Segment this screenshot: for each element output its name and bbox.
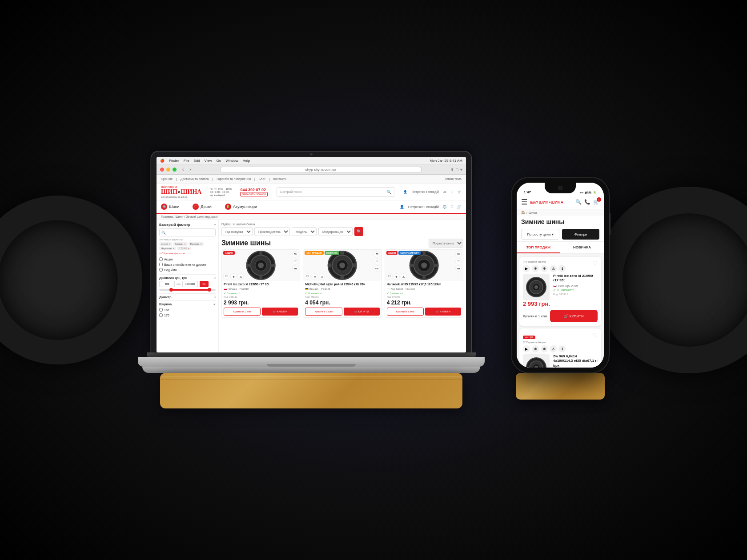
filter-safety-checkbox[interactable] — [159, 263, 163, 266]
filter-safety[interactable]: Ваша спокойствие на дороге — [159, 262, 216, 267]
more-btn-2[interactable]: ••• — [374, 265, 380, 272]
search-icon[interactable]: 🔍 — [386, 190, 391, 194]
compare-nav-icon[interactable]: ⚖️ — [442, 205, 447, 209]
compare-btn-1[interactable]: ⚖ — [292, 251, 298, 257]
width-165[interactable]: 165 — [159, 307, 216, 312]
sidebar-search[interactable]: 🔍 — [159, 228, 216, 236]
search-bar[interactable]: Быстрый поиск 🔍 — [277, 187, 394, 197]
order-call-btn[interactable]: ЗАКАЗАТИ ЗВІНОК — [240, 192, 268, 196]
btn-buy-3[interactable]: 🛒 КУПИТИ — [425, 308, 461, 316]
product-country-2: Франція — [309, 288, 318, 290]
diameter-collapse-icon[interactable]: ▾ — [214, 296, 216, 299]
range-handle-left[interactable] — [169, 288, 173, 292]
maximize-dot[interactable] — [173, 168, 177, 172]
car-filter-search-btn[interactable]: 🔍 — [354, 227, 363, 236]
edit-menu[interactable]: Edit — [194, 159, 200, 163]
compare-icon[interactable]: ⚖ — [443, 190, 446, 194]
price-min-input[interactable] — [159, 281, 175, 287]
width-165-checkbox[interactable] — [159, 308, 163, 312]
brand-select[interactable]: Производитель — [254, 227, 290, 236]
phone-wishlist-2[interactable]: ♡ — [593, 332, 598, 338]
phone-wishlist-1[interactable]: ♡ — [593, 260, 598, 267]
newpage-icon[interactable]: + — [460, 168, 462, 172]
go-menu[interactable]: Go — [217, 159, 221, 163]
dark-mode-toggle[interactable]: Темна тема — [445, 177, 462, 180]
wishlist-nav-icon[interactable]: ♡ — [450, 205, 454, 209]
wishlist-btn-3[interactable]: ♡ — [455, 258, 462, 264]
wishlist-btn-2[interactable]: ♡ — [374, 258, 380, 264]
address-bar[interactable]: shyp-shyna.com.ua — [220, 167, 422, 173]
tab-new[interactable]: НОВИНКА — [560, 242, 604, 253]
range-handle-right[interactable] — [208, 288, 211, 292]
phone-time: 1:47 — [524, 190, 531, 194]
width-collapse-icon[interactable]: ▲ — [213, 303, 216, 306]
btn-1click-2[interactable]: Купити в 1 клік — [305, 308, 342, 316]
laptop-screen-outer: 🍎 Finder File Edit View Go Window Help M… — [151, 152, 471, 352]
delivery-link[interactable]: Доставка та оплата — [181, 177, 209, 180]
phone-sort-btn[interactable]: По росту цени ▾ — [521, 229, 559, 240]
product-props-3: Юж. Корея Рік 2018 — [387, 288, 461, 290]
help-menu[interactable]: Help — [243, 159, 250, 163]
product-year-val-2: 2023 — [325, 288, 330, 290]
model-select[interactable]: Модель — [292, 227, 317, 236]
more-btn-3[interactable]: ••• — [455, 265, 462, 272]
contacts-link[interactable]: Контакти — [273, 177, 286, 180]
warn-icon-2: ⚠ — [550, 345, 557, 352]
phone-filter-btn[interactable]: Фільтри — [562, 229, 599, 240]
clear-filters-btn[interactable]: × Сбросить фильтры — [159, 252, 216, 255]
compare-btn-2[interactable]: ⚖ — [374, 251, 380, 257]
nav-discs[interactable]: ⭕ Диски — [193, 204, 212, 210]
filter-akcia[interactable]: Акция — [159, 256, 216, 262]
close-dot[interactable] — [160, 168, 164, 172]
phone-buy-1[interactable]: 🛒 КУПИТИ — [550, 310, 598, 322]
blog-link[interactable]: Блог — [259, 177, 265, 180]
cart-nav-icon[interactable]: 🛒 — [457, 205, 462, 209]
tab-top-sales[interactable]: ТОП ПРОДАЖ — [517, 242, 560, 253]
filter-collapse-icon[interactable]: ▾ — [214, 223, 216, 226]
modification-select[interactable]: Модификация — [318, 227, 353, 236]
menu-icon[interactable]: ☰ — [521, 198, 527, 206]
btn-1click-1[interactable]: Купити в 1 клік — [224, 308, 261, 316]
phone-call-icon[interactable]: 📞 — [584, 199, 590, 205]
width-175-checkbox[interactable] — [159, 313, 163, 317]
home-icon[interactable]: 🏠 — [521, 211, 525, 214]
about-link[interactable]: Про нас — [161, 177, 173, 180]
btn-buy-1[interactable]: 🛒 КУПИТИ — [262, 308, 298, 316]
nav-tires[interactable]: 🔘 Шини — [161, 204, 179, 210]
btn-1click-3[interactable]: Купити в 1 клік — [387, 308, 424, 316]
price-collapse-icon[interactable]: ▾ — [214, 276, 216, 280]
file-menu[interactable]: File — [184, 159, 189, 163]
nav-batteries[interactable]: 🔋 Акумулятори — [225, 204, 257, 210]
phone-cart-icon[interactable]: 🛒 1 — [593, 199, 599, 205]
width-175[interactable]: 175 — [159, 312, 216, 318]
phone-1click-1[interactable]: Купити в 1 клік — [523, 314, 547, 318]
minimize-dot[interactable] — [166, 168, 170, 172]
snow2-icon-1: ❄ — [541, 265, 548, 272]
filter-akcia-checkbox[interactable] — [159, 257, 163, 261]
price-max-input[interactable] — [182, 281, 198, 287]
price-ok-btn[interactable]: Ок — [200, 281, 209, 287]
finder-menu[interactable]: Finder — [169, 159, 179, 163]
year-select[interactable]: Год выпуска — [221, 227, 253, 236]
sort-select[interactable]: По росту цены — [429, 239, 463, 248]
share-icon[interactable]: ⬆ — [450, 168, 454, 172]
forward-btn[interactable]: › — [189, 167, 191, 172]
btn-buy-2[interactable]: 🛒 КУПИТИ — [344, 308, 380, 316]
bookmark-icon[interactable]: □ — [456, 168, 458, 172]
filter-khimo[interactable]: Под хімо — [159, 267, 216, 272]
cart-icon[interactable]: 🛒 — [458, 190, 462, 194]
guarantee-link[interactable]: Гарантія та повернення — [217, 177, 251, 180]
breadcrumb-tires[interactable]: Шини — [529, 211, 537, 214]
filter-khimo-checkbox[interactable] — [159, 268, 163, 272]
wishlist-btn-1[interactable]: ♡ — [292, 258, 298, 264]
back-btn[interactable]: ‹ — [182, 167, 184, 172]
more-btn-1[interactable]: ••• — [292, 265, 298, 272]
compare-btn-3[interactable]: ⚖ — [455, 251, 462, 257]
phone-search-icon[interactable]: 🔍 — [575, 199, 582, 205]
phone-number[interactable]: 044 392 07 02 — [240, 188, 268, 192]
phone-page-title: Зимние шины — [517, 216, 604, 227]
mac-menubar: 🍎 Finder File Edit View Go Window Help M… — [157, 157, 466, 165]
window-menu[interactable]: Window — [225, 159, 238, 163]
wishlist-icon[interactable]: ♡ — [450, 190, 453, 194]
view-menu[interactable]: View — [204, 159, 212, 163]
